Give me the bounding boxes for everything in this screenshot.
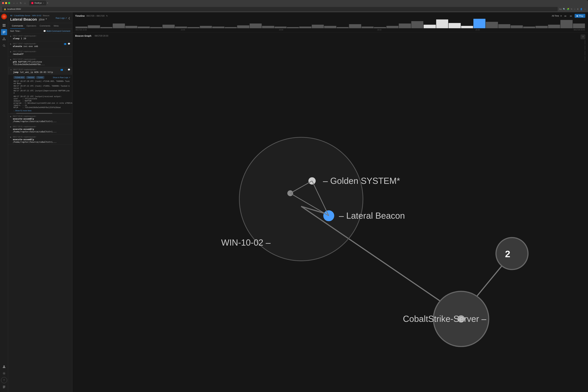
timeline-bar[interactable] [212, 26, 224, 28]
timeline-bar[interactable] [76, 26, 88, 28]
timeline-bar[interactable] [560, 20, 572, 28]
back-button[interactable]: ‹ [13, 1, 15, 5]
show-more-button[interactable]: ↓ Show 51 more lines [14, 110, 70, 112]
sidebar-item-settings[interactable] [1, 370, 7, 376]
timeline-bar[interactable] [88, 25, 100, 28]
expand-icon[interactable]: ▼ [10, 69, 12, 71]
breadcrumb-cobalt[interactable]: CobaltStrike-Server [14, 14, 30, 16]
tab-comments[interactable]: Comments [38, 23, 52, 29]
timeline-bar[interactable] [523, 26, 535, 28]
timeline-bar[interactable] [337, 27, 349, 28]
timeline-bar[interactable] [225, 27, 237, 28]
timeline-bar[interactable] [473, 19, 485, 28]
sort-field[interactable]: Time [15, 30, 20, 32]
sidebar-item-search[interactable] [1, 42, 7, 49]
url-bar[interactable]: 🔒 localhost:3500/ [2, 7, 558, 11]
operators-icon[interactable]: 👥 [60, 68, 63, 71]
timeline-bar[interactable] [200, 26, 212, 28]
expand-icon[interactable]: ▶ [10, 35, 12, 37]
timeline-bar[interactable] [162, 25, 174, 28]
timeline-bar[interactable] [113, 24, 125, 28]
comment-icon[interactable]: 💬 [68, 42, 70, 45]
expand-icon[interactable]: ▶ [10, 126, 12, 128]
timeline-bar[interactable] [349, 24, 361, 28]
timeline-bar[interactable] [187, 27, 199, 28]
tab-meta[interactable]: Meta [52, 23, 60, 29]
close-window-button[interactable] [2, 2, 4, 4]
timeline-bar[interactable] [386, 26, 398, 28]
expand-icon[interactable]: ▶ [10, 51, 12, 52]
command-header[interactable]: ▶ 08/17 20:31 <raptorsqueak> execute-ass… [8, 134, 72, 144]
timeline-bar[interactable] [461, 26, 473, 28]
command-header[interactable]: ▶ 08/17 19:57 <raptorsqueak> elevate svc… [8, 41, 72, 49]
play-button[interactable]: ▶ Play [575, 14, 585, 18]
timeline-bar[interactable] [535, 26, 547, 28]
minimize-window-button[interactable] [5, 2, 7, 4]
breadcrumb-all[interactable]: All [10, 14, 12, 16]
timeline-bar[interactable] [299, 26, 311, 28]
command-header[interactable]: ▶ 08/17 20:31 <raptorsqueak> execute-ass… [8, 114, 72, 124]
command-header[interactable]: ▶ 08/17 20:07 <raptorsqueak> rev2self [8, 49, 72, 57]
tab-close-button[interactable]: ✕ [43, 2, 44, 4]
profile-button[interactable]: 👤 [580, 8, 582, 10]
link-icon[interactable]: ↔ [64, 68, 66, 71]
expand-icon[interactable]: ▶ [10, 136, 12, 138]
collapse-panel-button[interactable]: ❮ [68, 17, 70, 20]
expand-icon[interactable]: ▶ [10, 43, 12, 45]
beacon-graph-canvas[interactable]: CobaltStrike-Server – WIN-10-02 – – Gold… [75, 39, 585, 388]
sidebar-item-user[interactable] [1, 364, 7, 370]
timeline-chart[interactable]: 08/17/20 19:36 19:45 20:00 20:15 20:30 0… [75, 19, 585, 32]
timeline-bar[interactable] [262, 26, 274, 28]
extensions-button[interactable]: 🧩 [567, 8, 569, 10]
timeline-bar[interactable] [150, 27, 162, 28]
sidebar-item-help[interactable]: ? [1, 377, 7, 383]
timeline-refresh-icon[interactable]: ↻ [106, 15, 108, 17]
zoom-button[interactable]: 🔍 [563, 8, 565, 10]
timeline-bar[interactable] [374, 27, 386, 28]
breadcrumb-win10[interactable]: WIN-10-02 [32, 14, 41, 16]
sidebar-item-logs[interactable] [1, 384, 7, 390]
timeline-bar[interactable] [287, 27, 299, 28]
timeline-bar[interactable] [498, 24, 510, 28]
timeline-bar[interactable] [237, 25, 249, 28]
raw-logs-link[interactable]: Raw Logs ↗ [56, 17, 67, 19]
tab-commands[interactable]: Commands [10, 23, 25, 29]
timeline-bar[interactable] [449, 23, 461, 28]
sidebar-item-commands[interactable] [1, 29, 7, 35]
skip-back-button[interactable]: ⏮ [563, 14, 567, 18]
favorites-button[interactable]: ☆ [574, 8, 576, 10]
timeline-bar[interactable] [573, 24, 585, 28]
forward-button[interactable]: › [16, 1, 18, 5]
sidebar-item-graph[interactable] [1, 36, 7, 42]
new-tab-button[interactable]: + [47, 2, 48, 4]
timeline-mode-dot[interactable] [560, 15, 562, 16]
download-button[interactable]: ⬇ [577, 8, 579, 10]
timeline-bar[interactable] [436, 20, 448, 28]
tag-ta0008[interactable]: TA0008 [26, 76, 35, 79]
refresh-button[interactable]: ↻ [19, 1, 23, 5]
command-header[interactable]: ▼ 08/17 20:07 <raptorsqueak> jump lat_wm… [8, 67, 72, 75]
command-header[interactable]: ▶ 08/17 20:07 <raptorsqueak> pth RAPTOR\… [8, 57, 72, 67]
timeline-bar[interactable] [100, 27, 112, 28]
timeline-bar[interactable] [125, 26, 137, 28]
graph-help-button[interactable]: ? [580, 34, 585, 39]
reader-mode-button[interactable]: Aa [559, 8, 561, 10]
command-header[interactable]: ▶ 08/17 19:57 <raptorsqueak> sleep 1 20 [8, 34, 72, 41]
timeline-bar[interactable] [312, 25, 324, 28]
timeline-bar[interactable] [424, 25, 436, 28]
home-button[interactable]: ⌂ [24, 1, 26, 5]
maximize-window-button[interactable] [8, 2, 10, 4]
timeline-bar[interactable] [138, 26, 150, 28]
timeline-bar[interactable] [175, 26, 187, 28]
scrollbar-thumb[interactable] [16, 113, 52, 114]
tab-operators[interactable]: Operators [25, 23, 38, 29]
more-button[interactable]: ⋯ [584, 8, 586, 10]
show-in-raw-logs-link[interactable]: Show in Raw Logs ↗ [53, 76, 70, 79]
sort-direction[interactable]: ↑ [20, 30, 21, 32]
browser-tab[interactable]: R RedEye ✕ [29, 1, 46, 6]
command-header[interactable]: ▶ 08/17 20:31 <raptorsqueak> execute-ass… [8, 124, 72, 134]
timeline-bar[interactable] [274, 26, 286, 28]
timeline-bar[interactable] [362, 26, 374, 28]
comment-icon[interactable]: 💬 [68, 68, 70, 71]
timeline-bar[interactable] [486, 22, 498, 28]
